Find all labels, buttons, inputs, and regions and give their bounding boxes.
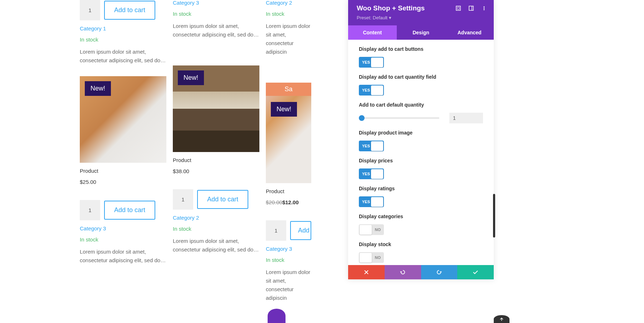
product-price: $38.00 <box>173 168 259 174</box>
add-to-cart-button[interactable]: Add to cart <box>197 190 248 209</box>
category-link[interactable]: Category 2 <box>173 215 259 221</box>
chevron-down-icon: ▾ <box>389 15 391 20</box>
panel-header: Woo Shop + Settings Preset: Default ▾ <box>348 0 494 25</box>
product-description: Lorem ipsum dolor sit amet, consectetur … <box>80 248 166 265</box>
undo-button[interactable] <box>385 265 421 279</box>
more-icon[interactable] <box>482 6 487 11</box>
toggle-stock[interactable]: NO <box>359 252 384 263</box>
quantity-input[interactable] <box>173 189 193 210</box>
quantity-input[interactable] <box>80 200 100 220</box>
svg-point-5 <box>484 8 485 9</box>
setting-label: Display add to cart quantity field <box>359 74 483 80</box>
category-link[interactable]: Category 3 <box>80 225 166 231</box>
close-button[interactable] <box>348 265 385 279</box>
svg-point-6 <box>484 9 485 10</box>
setting-label: Display categories <box>359 214 483 219</box>
product-column-3: Category 2 In stock Lorem ipsum dolor si… <box>266 0 311 302</box>
panel-body: Display add to cart buttons YES Display … <box>348 40 494 265</box>
stock-status: In stock <box>173 11 259 17</box>
sale-banner: Sa <box>266 83 311 96</box>
product-card: Sa New! Product $20.00$12.00 Add Categor… <box>266 83 311 302</box>
product-description: Lorem ipsum dolor sit amet, consectetur … <box>266 22 311 56</box>
toggle-add-cart-qty[interactable]: YES <box>359 85 384 96</box>
floating-action-button[interactable] <box>268 309 286 323</box>
add-to-cart-button[interactable]: Add to cart <box>104 201 155 220</box>
panel-footer <box>348 265 494 279</box>
product-description: Lorem ipsum dolor sit amet, consectetur … <box>80 48 166 65</box>
panel-title: Woo Shop + Settings <box>357 4 425 12</box>
product-price: $20.00$12.00 <box>266 199 311 205</box>
new-badge: New! <box>271 102 297 117</box>
new-badge: New! <box>85 81 111 96</box>
redo-button[interactable] <box>421 265 458 279</box>
product-column-1: Add to cart Category 1 In stock Lorem ip… <box>80 0 166 302</box>
dock-icon[interactable] <box>469 6 474 11</box>
setting-label: Add to cart default quantity <box>359 102 483 108</box>
svg-rect-0 <box>456 6 460 10</box>
stock-status: In stock <box>266 257 311 263</box>
product-title[interactable]: Product <box>80 168 166 174</box>
settings-panel: Woo Shop + Settings Preset: Default ▾ Co… <box>348 0 494 279</box>
quantity-input[interactable] <box>80 0 100 20</box>
add-to-cart-button[interactable]: Add <box>290 221 311 240</box>
toggle-prices[interactable]: YES <box>359 168 384 179</box>
category-link[interactable]: Category 3 <box>266 246 311 252</box>
product-description: Lorem ipsum dolor sit amet, consectetur … <box>173 237 259 254</box>
stock-status: In stock <box>80 36 166 43</box>
panel-tabs: Content Design Advanced <box>348 25 494 40</box>
stock-status: In stock <box>266 11 311 17</box>
product-description: Lorem ipsum dolor sit amet, consectetur … <box>266 268 311 302</box>
product-image[interactable]: Sa New! <box>266 83 311 183</box>
toggle-add-cart-buttons[interactable]: YES <box>359 57 384 68</box>
quantity-slider-value[interactable] <box>449 113 483 123</box>
category-link[interactable]: Category 3 <box>173 0 259 6</box>
category-link[interactable]: Category 2 <box>266 0 311 6</box>
toggle-product-image[interactable]: YES <box>359 141 384 151</box>
product-title[interactable]: Product <box>266 188 311 194</box>
scroll-indicator[interactable] <box>493 194 495 238</box>
category-link[interactable]: Category 1 <box>80 25 166 31</box>
toggle-ratings[interactable]: YES <box>359 196 384 207</box>
setting-label: Display prices <box>359 158 483 163</box>
product-image[interactable]: New! <box>173 65 259 152</box>
quantity-input[interactable] <box>266 220 286 241</box>
svg-rect-1 <box>457 7 459 9</box>
tab-content[interactable]: Content <box>348 25 397 40</box>
stock-status: In stock <box>80 236 166 243</box>
setting-label: Display add to cart buttons <box>359 46 483 52</box>
tab-design[interactable]: Design <box>397 25 445 40</box>
product-column-2: Category 3 In stock Lorem ipsum dolor si… <box>173 0 259 302</box>
product-price: $25.00 <box>80 179 166 185</box>
setting-label: Display ratings <box>359 186 483 191</box>
preset-dropdown[interactable]: Preset: Default ▾ <box>357 12 391 25</box>
add-to-cart-button[interactable]: Add to cart <box>104 1 155 20</box>
product-card: New! Product $25.00 Add to cart Category… <box>80 76 166 265</box>
tab-advanced[interactable]: Advanced <box>445 25 494 40</box>
product-title[interactable]: Product <box>173 157 259 163</box>
svg-rect-2 <box>469 6 473 10</box>
new-badge: New! <box>178 70 204 85</box>
svg-point-4 <box>484 6 485 8</box>
expand-toggle[interactable] <box>494 315 509 323</box>
stock-status: In stock <box>173 226 259 232</box>
fullscreen-icon[interactable] <box>456 6 461 11</box>
setting-label: Display stock <box>359 241 483 247</box>
setting-label: Display product image <box>359 130 483 136</box>
product-card: New! Product $38.00 Add to cart Category… <box>173 65 259 254</box>
product-image[interactable]: New! <box>80 76 166 163</box>
save-button[interactable] <box>457 265 494 279</box>
product-description: Lorem ipsum dolor sit amet, consectetur … <box>173 22 259 39</box>
quantity-slider[interactable] <box>359 117 439 119</box>
product-grid-area: Add to cart Category 1 In stock Lorem ip… <box>0 0 644 302</box>
toggle-categories[interactable]: NO <box>359 224 384 235</box>
